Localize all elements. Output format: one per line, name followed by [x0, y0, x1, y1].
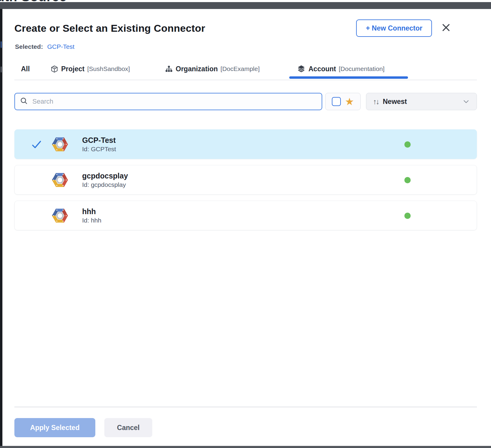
background-bottom-fragment	[0, 446, 491, 448]
tab-label: Organization	[176, 65, 218, 73]
background-sidebar-fragment	[0, 9, 2, 446]
tab-all[interactable]: All	[21, 63, 30, 75]
apply-selected-button[interactable]: Apply Selected	[14, 418, 95, 437]
close-icon	[442, 23, 451, 33]
chevron-down-icon	[462, 98, 470, 105]
connector-name: GCP-Test	[82, 135, 116, 145]
status-dot	[404, 141, 411, 148]
new-connector-button[interactable]: + New Connector	[356, 19, 432, 37]
gcp-logo-icon	[51, 136, 69, 153]
connector-id: Id: GCPTest	[82, 145, 116, 153]
connector-row-hhh[interactable]: hhh Id: hhh	[14, 201, 477, 230]
connector-select-modal: Create or Select an Existing Connector S…	[2, 9, 491, 446]
sort-dropdown[interactable]: ↑↓ Newest	[366, 93, 477, 110]
tab-scope-suffix: [SushSandbox]	[87, 65, 130, 72]
connector-info: GCP-Test Id: GCPTest	[82, 135, 116, 153]
tab-scope-suffix: [Documentation]	[339, 65, 385, 72]
tab-scope-suffix: [DocExample]	[221, 65, 260, 72]
connector-row-gcp-test[interactable]: GCP-Test Id: GCPTest	[14, 129, 477, 159]
favorite-checkbox[interactable]	[332, 97, 341, 106]
tab-organization[interactable]: Organization [DocExample]	[165, 63, 260, 75]
background-sidebar-item-fragment	[1, 66, 2, 72]
check-icon	[31, 140, 42, 150]
modal-title: Create or Select an Existing Connector	[14, 22, 205, 34]
connector-list: GCP-Test Id: GCPTest	[14, 129, 477, 230]
active-tab-indicator	[289, 76, 408, 79]
sort-value: Newest	[383, 98, 407, 106]
selected-connector-line: Selected:GCP-Test	[15, 43, 74, 50]
gcp-logo-icon	[51, 171, 69, 189]
tab-label: All	[21, 65, 30, 73]
close-button[interactable]	[441, 23, 451, 33]
star-icon: ★	[345, 96, 354, 107]
selected-connector-link[interactable]: GCP-Test	[47, 43, 74, 50]
search-input[interactable]	[32, 98, 317, 105]
background-sidebar-item-fragment	[1, 41, 2, 48]
tab-label: Project	[61, 65, 85, 73]
background-page-header: uth Source	[0, 0, 491, 9]
tabs-divider	[14, 80, 477, 80]
org-chart-icon	[165, 65, 173, 73]
cancel-button[interactable]: Cancel	[104, 418, 152, 437]
cube-icon	[50, 65, 58, 73]
gcp-logo-icon	[51, 207, 69, 224]
layers-icon	[297, 64, 306, 73]
footer-divider	[14, 407, 477, 407]
connector-name: gcpdocsplay	[82, 171, 128, 181]
tab-project[interactable]: Project [SushSandbox]	[50, 63, 130, 75]
selected-label: Selected:	[15, 43, 43, 50]
sort-arrows-icon: ↑↓	[373, 97, 379, 106]
modal-overlay	[0, 2, 491, 9]
status-dot	[404, 177, 411, 183]
search-icon	[20, 97, 28, 106]
favorite-filter: ★	[325, 93, 361, 110]
connector-id: Id: hhh	[82, 216, 101, 225]
tab-label: Account	[308, 65, 336, 73]
connector-info: hhh Id: hhh	[82, 207, 101, 225]
connector-id: Id: gcpdocsplay	[82, 181, 128, 189]
tab-account[interactable]: Account [Documentation]	[297, 63, 385, 75]
connector-name: hhh	[82, 207, 101, 216]
connector-info: gcpdocsplay Id: gcpdocsplay	[82, 171, 128, 189]
connector-row-gcpdocsplay[interactable]: gcpdocsplay Id: gcpdocsplay	[14, 165, 477, 195]
status-dot	[404, 213, 411, 219]
search-box	[14, 93, 322, 110]
